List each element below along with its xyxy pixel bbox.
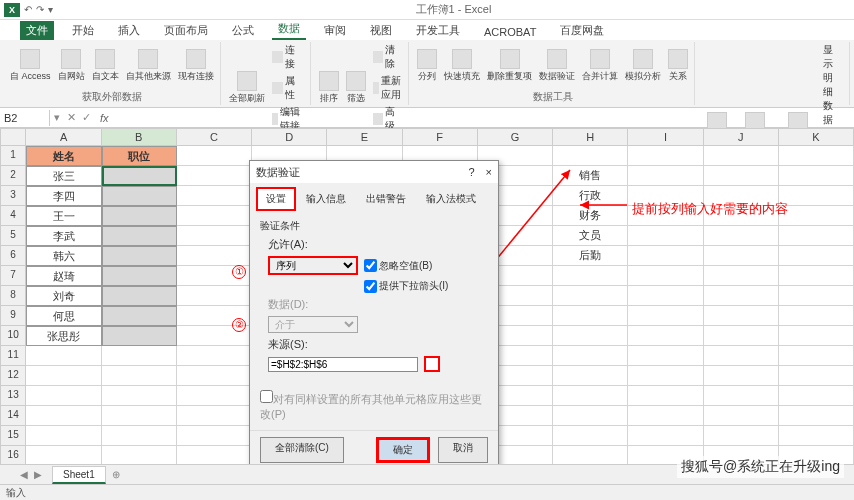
tab-file[interactable]: 文件 — [20, 21, 54, 40]
row-header[interactable]: 10 — [0, 326, 26, 346]
row-header[interactable]: 14 — [0, 406, 26, 426]
row-header[interactable]: 9 — [0, 306, 26, 326]
cell[interactable]: 王一 — [26, 206, 101, 226]
cell[interactable] — [628, 226, 703, 246]
cell[interactable] — [779, 326, 854, 346]
cell[interactable] — [628, 166, 703, 186]
row-header[interactable]: 11 — [0, 346, 26, 366]
cell[interactable]: 李四 — [26, 186, 101, 206]
btn-refresh[interactable]: 全部刷新 — [227, 69, 267, 107]
cell[interactable]: 姓名 — [26, 146, 101, 166]
cell[interactable]: 张思彤 — [26, 326, 101, 346]
cell[interactable] — [553, 326, 628, 346]
cell[interactable] — [779, 146, 854, 166]
cell[interactable]: 张三 — [26, 166, 101, 186]
col-b[interactable]: B — [102, 128, 177, 146]
cell[interactable] — [553, 146, 628, 166]
cell[interactable]: 文员 — [553, 226, 628, 246]
cell[interactable] — [779, 346, 854, 366]
col-a[interactable]: A — [26, 128, 101, 146]
cell[interactable]: 职位 — [102, 146, 177, 166]
row-header[interactable]: 6 — [0, 246, 26, 266]
tab-dev[interactable]: 开发工具 — [410, 21, 466, 40]
cell[interactable]: 何思 — [26, 306, 101, 326]
btn-texttocol[interactable]: 分列 — [415, 47, 439, 85]
cell[interactable] — [779, 366, 854, 386]
cell[interactable]: 销售 — [553, 166, 628, 186]
cancel-button[interactable]: 取消 — [438, 437, 488, 463]
row-header[interactable]: 15 — [0, 426, 26, 446]
cell[interactable] — [628, 266, 703, 286]
btn-reapply[interactable]: 重新应用 — [371, 73, 405, 103]
cell[interactable] — [704, 406, 779, 426]
cell[interactable] — [102, 246, 177, 266]
cell[interactable] — [704, 366, 779, 386]
col-k[interactable]: K — [779, 128, 854, 146]
btn-flashfill[interactable]: 快速填充 — [442, 47, 482, 85]
cell[interactable] — [553, 306, 628, 326]
cell[interactable] — [779, 186, 854, 206]
quick-access-toolbar[interactable]: ↶↷▾ — [24, 4, 53, 15]
cell[interactable] — [704, 166, 779, 186]
cell[interactable] — [177, 286, 252, 306]
cell[interactable] — [553, 346, 628, 366]
tab-data[interactable]: 数据 — [272, 19, 306, 40]
btn-properties[interactable]: 属性 — [270, 73, 306, 103]
cell[interactable] — [102, 426, 177, 446]
cell[interactable] — [779, 386, 854, 406]
cell[interactable] — [102, 346, 177, 366]
cell[interactable] — [704, 266, 779, 286]
cell[interactable] — [553, 266, 628, 286]
add-sheet-icon[interactable]: ⊕ — [112, 469, 120, 480]
cell[interactable]: 李武 — [26, 226, 101, 246]
btn-text[interactable]: 自文本 — [90, 47, 121, 85]
cell[interactable] — [628, 306, 703, 326]
cell[interactable] — [704, 426, 779, 446]
btn-whatif[interactable]: 模拟分析 — [623, 47, 663, 85]
row-header[interactable]: 7 — [0, 266, 26, 286]
row-header[interactable]: 8 — [0, 286, 26, 306]
cell[interactable] — [177, 386, 252, 406]
tab-home[interactable]: 开始 — [66, 21, 100, 40]
cell[interactable] — [704, 306, 779, 326]
cell[interactable] — [779, 246, 854, 266]
row-header[interactable]: 13 — [0, 386, 26, 406]
btn-existing[interactable]: 现有连接 — [176, 47, 216, 85]
dlg-tab-error[interactable]: 出错警告 — [356, 187, 416, 211]
cell[interactable] — [628, 366, 703, 386]
row-header[interactable]: 3 — [0, 186, 26, 206]
cell[interactable] — [102, 166, 177, 186]
cell[interactable] — [779, 426, 854, 446]
cell[interactable] — [102, 266, 177, 286]
cell[interactable] — [26, 386, 101, 406]
cell[interactable] — [177, 146, 252, 166]
btn-other[interactable]: 自其他来源 — [124, 47, 173, 85]
tab-acrobat[interactable]: ACROBAT — [478, 24, 542, 40]
cell[interactable]: 后勤 — [553, 246, 628, 266]
cell[interactable] — [779, 166, 854, 186]
cell[interactable] — [553, 446, 628, 466]
cell[interactable] — [704, 246, 779, 266]
sheet-nav-prev-icon[interactable]: ◀ — [20, 469, 28, 480]
cell[interactable] — [628, 286, 703, 306]
tab-formula[interactable]: 公式 — [226, 21, 260, 40]
cell[interactable] — [704, 386, 779, 406]
row-header[interactable]: 16 — [0, 446, 26, 466]
col-g[interactable]: G — [478, 128, 553, 146]
range-picker-icon[interactable] — [424, 356, 440, 372]
row-header[interactable]: 5 — [0, 226, 26, 246]
cell[interactable] — [704, 226, 779, 246]
cell[interactable] — [779, 306, 854, 326]
btn-removedup[interactable]: 删除重复项 — [485, 47, 534, 85]
select-all-corner[interactable] — [0, 128, 26, 146]
cell[interactable] — [102, 366, 177, 386]
cell[interactable] — [102, 446, 177, 466]
cell[interactable] — [553, 406, 628, 426]
cell[interactable] — [704, 326, 779, 346]
col-j[interactable]: J — [704, 128, 779, 146]
fx-cancel-icon[interactable]: ✕ — [64, 111, 79, 124]
cell[interactable] — [779, 226, 854, 246]
dlg-tab-input[interactable]: 输入信息 — [296, 187, 356, 211]
apply-all-checkbox[interactable] — [260, 390, 273, 403]
col-f[interactable]: F — [403, 128, 478, 146]
